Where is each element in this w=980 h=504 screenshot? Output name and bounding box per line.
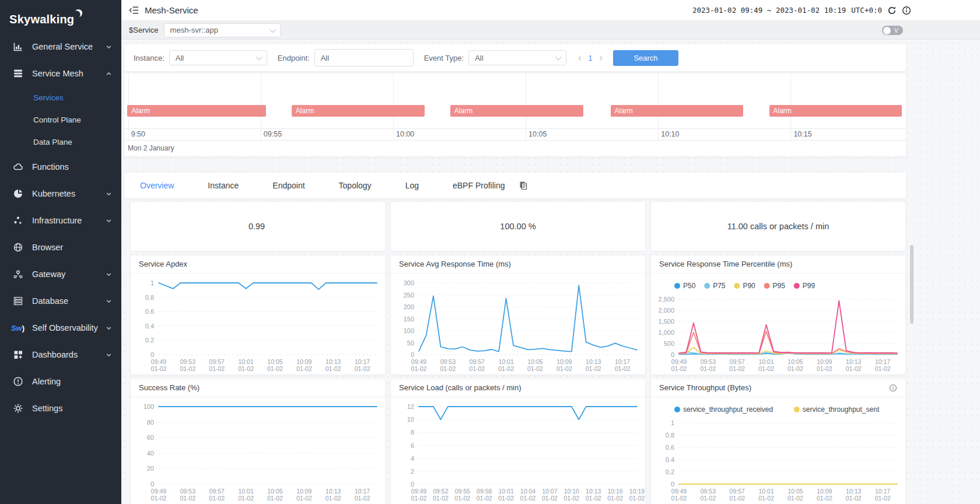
sidebar-item-database[interactable]: Database xyxy=(0,288,121,314)
logo-text-bold: Sky xyxy=(9,13,31,26)
sidebar-item-infrastructure[interactable]: Infrastructure xyxy=(0,207,121,234)
sidebar-item-control-plane[interactable]: Control Plane xyxy=(0,109,121,131)
svg-text:60: 60 xyxy=(147,434,154,441)
sidebar-item-data-plane[interactable]: Data Plane xyxy=(0,131,121,153)
sidebar-item-services[interactable]: Services xyxy=(0,87,121,109)
header-right: 2023-01-02 09:49 ~ 2023-01-02 10:19 UTC+… xyxy=(692,6,911,15)
svg-text:01-02: 01-02 xyxy=(355,365,370,372)
metric-card: 100.00% xyxy=(391,201,645,251)
sidebar-item-general-service[interactable]: General Service xyxy=(0,33,121,60)
legend-item[interactable]: P99 xyxy=(794,282,816,290)
sidebar-item-alerting[interactable]: Alerting xyxy=(0,368,121,395)
svg-text:01-02: 01-02 xyxy=(469,365,485,372)
chart-area[interactable]: 00.20.40.60.8109:4901-0209:5301-0209:570… xyxy=(131,274,385,374)
database-icon xyxy=(12,296,23,307)
page-number[interactable]: 1 xyxy=(588,54,592,62)
metric-value: 11.00 xyxy=(727,222,748,231)
svg-text:01-02: 01-02 xyxy=(671,365,687,372)
endpoint-input[interactable] xyxy=(314,49,414,66)
svg-text:09:58: 09:58 xyxy=(477,488,492,495)
tab-instance[interactable]: Instance xyxy=(208,181,239,190)
skywalking-logo[interactable]: Skywalking xyxy=(0,0,121,33)
sidebar-item-gateway[interactable]: Gateway xyxy=(0,261,121,288)
svg-text:01-02: 01-02 xyxy=(846,365,862,372)
chevron-down-icon xyxy=(106,325,112,331)
tab-overview[interactable]: Overview xyxy=(140,181,174,190)
alarm-bar[interactable]: Alarm xyxy=(127,105,265,117)
legend-item[interactable]: service_throughput_received xyxy=(674,405,773,414)
sidebar-item-service-mesh[interactable]: Service Mesh xyxy=(0,60,121,87)
sidebar-item-kubernetes[interactable]: Kubernetes xyxy=(0,180,121,207)
svg-text:01-02: 01-02 xyxy=(209,495,225,502)
instance-select[interactable]: All xyxy=(169,50,267,65)
svg-text:10:01: 10:01 xyxy=(498,358,513,365)
alarm-bar[interactable]: Alarm xyxy=(611,105,744,117)
legend-item[interactable]: P95 xyxy=(764,282,786,290)
sidebar-item-functions[interactable]: Functions xyxy=(0,153,121,180)
svg-text:01-02: 01-02 xyxy=(788,365,803,372)
version-toggle[interactable]: V xyxy=(882,26,903,35)
svg-text:01-02: 01-02 xyxy=(527,365,543,372)
chevron-down-icon xyxy=(256,54,262,60)
svg-text:250: 250 xyxy=(404,292,414,299)
svg-text:10:09: 10:09 xyxy=(817,488,832,495)
sidebar-item-settings[interactable]: Settings xyxy=(0,395,121,422)
legend-item[interactable]: P75 xyxy=(704,282,726,290)
event-type-select-value: All xyxy=(475,54,483,62)
search-button[interactable]: Search xyxy=(613,50,678,66)
sidebar: Skywalking General ServiceService MeshSe… xyxy=(0,0,121,504)
sidebar-item-self-observability[interactable]: Sw)Self Observability xyxy=(0,314,121,341)
collapse-sidebar-icon[interactable] xyxy=(129,6,139,15)
svg-text:09:53: 09:53 xyxy=(180,488,195,495)
sidebar-item-dashboards[interactable]: Dashboards xyxy=(0,341,121,368)
refresh-icon[interactable] xyxy=(887,6,897,15)
timeline-tick-label: 10:05 xyxy=(528,128,547,140)
svg-text:01-02: 01-02 xyxy=(355,495,370,502)
svg-text:0.4: 0.4 xyxy=(145,323,154,330)
tab-ebpf-profiling[interactable]: eBPF Profiling xyxy=(453,181,505,190)
svg-text:0: 0 xyxy=(411,351,414,358)
panel-info-icon[interactable] xyxy=(889,384,897,392)
svg-text:01-02: 01-02 xyxy=(477,495,492,502)
svg-text:01-02: 01-02 xyxy=(411,365,427,372)
copy-dashboard-icon[interactable] xyxy=(519,181,528,190)
chart-area[interactable]: 02468101209:4901-0209:5201-0209:5501-020… xyxy=(391,397,645,504)
info-icon[interactable] xyxy=(902,6,911,15)
legend-item[interactable]: P50 xyxy=(674,282,696,290)
service-select[interactable]: mesh-svr::app xyxy=(164,23,281,37)
legend-item[interactable]: P90 xyxy=(734,282,755,290)
sidebar-item-label: Alerting xyxy=(32,377,112,386)
chart-area[interactable]: 02040608010009:4901-0209:5301-0209:5701-… xyxy=(131,397,385,504)
alarm-bar[interactable]: Alarm xyxy=(292,105,425,117)
tab-log[interactable]: Log xyxy=(405,181,419,190)
chart-area[interactable]: 05010015020025030009:4901-0209:5301-0209… xyxy=(391,274,645,374)
tab-topology[interactable]: Topology xyxy=(339,181,372,190)
chart-area[interactable]: 05001,0001,5002,0002,50009:4901-0209:530… xyxy=(651,274,905,374)
svg-text:20: 20 xyxy=(147,465,154,472)
alarm-bar[interactable]: Alarm xyxy=(450,105,583,117)
next-page-icon[interactable]: › xyxy=(600,52,603,63)
legend-item[interactable]: service_throughput_sent xyxy=(794,405,880,414)
toggle-knob xyxy=(883,27,891,34)
svg-text:10:04: 10:04 xyxy=(520,488,536,495)
time-range[interactable]: 2023-01-02 09:49 ~ 2023-01-02 10:19 xyxy=(692,6,846,15)
svg-text:0.2: 0.2 xyxy=(145,337,154,344)
chart-panel-service-avg-response-time: Service Avg Response Time (ms)0501001502… xyxy=(391,256,645,374)
svg-text:01-02: 01-02 xyxy=(542,495,558,502)
svg-text:09:53: 09:53 xyxy=(701,358,716,365)
svg-text:2,000: 2,000 xyxy=(658,307,674,314)
svg-text:01-02: 01-02 xyxy=(586,495,601,502)
svg-text:0.6: 0.6 xyxy=(666,444,674,451)
alarm-bar[interactable]: Alarm xyxy=(769,105,902,117)
prev-page-icon[interactable]: ‹ xyxy=(578,52,581,63)
scrollbar-thumb[interactable] xyxy=(910,245,914,324)
sidebar-item-browser[interactable]: Browser xyxy=(0,234,121,261)
tab-endpoint[interactable]: Endpoint xyxy=(272,181,304,190)
svg-text:10:01: 10:01 xyxy=(758,358,774,365)
svg-text:0: 0 xyxy=(411,481,414,488)
svg-text:01-02: 01-02 xyxy=(817,365,832,372)
gateway-icon xyxy=(12,269,23,280)
event-type-select[interactable]: All xyxy=(468,50,566,65)
chart-area[interactable]: 00.20.40.60.8109:4901-0209:5301-0209:570… xyxy=(651,397,905,504)
svg-text:01-02: 01-02 xyxy=(326,365,341,372)
